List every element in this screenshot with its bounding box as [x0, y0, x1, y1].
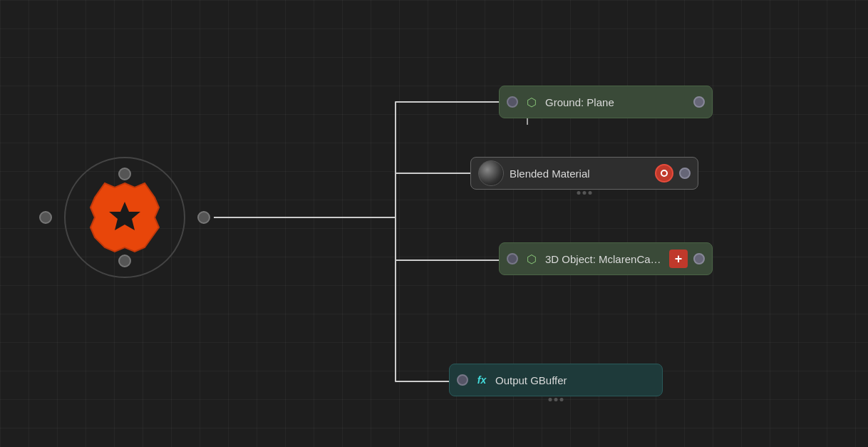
logo-handle-right[interactable] [197, 211, 210, 224]
logo-node[interactable] [43, 157, 207, 278]
object3d-plus-badge[interactable]: + [669, 250, 688, 268]
out-dot-2 [554, 398, 558, 401]
blended-handle-right[interactable] [679, 168, 691, 179]
object3d-handle-left[interactable] [507, 253, 518, 264]
blended-label: Blended Material [510, 168, 649, 180]
ground-handle-right[interactable] [693, 96, 705, 108]
out-dot-1 [549, 398, 552, 401]
blended-material-node[interactable]: Blended Material [470, 157, 698, 190]
badge-inner-circle [661, 170, 668, 177]
out-dot-3 [560, 398, 564, 401]
material-sphere-icon [478, 160, 504, 186]
dot-1 [577, 191, 581, 195]
output-label: Output GBuffer [495, 374, 655, 386]
ground-cube-icon: ⬡ [524, 94, 539, 110]
ground-label: Ground: Plane [545, 96, 688, 108]
logo-handle-left[interactable] [39, 211, 52, 224]
object3d-label: 3D Object: MclarenCar, ... [545, 253, 663, 265]
object3d-node[interactable]: ⬡ 3D Object: MclarenCar, ... + [499, 242, 713, 275]
ground-plane-node[interactable]: ⬡ Ground: Plane [499, 86, 713, 118]
output-handle-left[interactable] [457, 374, 468, 386]
node-bottom-dots [577, 191, 592, 195]
logo-handle-bottom[interactable] [118, 255, 131, 267]
dot-2 [583, 191, 587, 195]
blended-badge[interactable] [655, 164, 673, 183]
object3d-handle-right[interactable] [693, 253, 705, 264]
logo-icon [86, 178, 164, 257]
output-fx-icon: fx [474, 372, 490, 388]
ground-handle-left[interactable] [507, 96, 518, 108]
output-gbuffer-node[interactable]: fx Output GBuffer [449, 364, 663, 396]
object3d-cube-icon: ⬡ [524, 251, 539, 267]
output-bottom-dots [549, 398, 564, 401]
dot-3 [589, 191, 592, 195]
logo-handle-top[interactable] [118, 168, 131, 180]
